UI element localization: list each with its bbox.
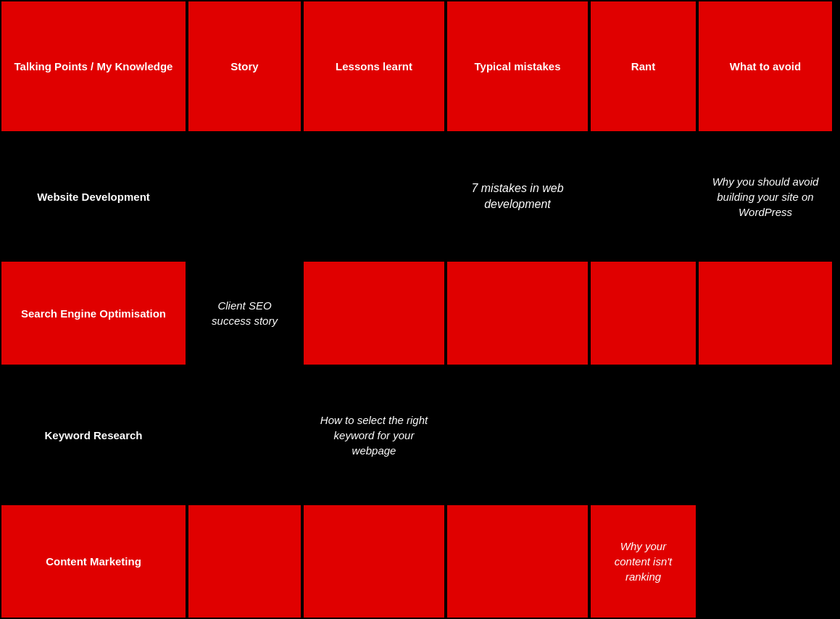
web-dev-story bbox=[187, 133, 302, 260]
web-dev-typical-mistakes: 7 mistakes in web development bbox=[446, 133, 589, 260]
header-col3: Lessons learnt bbox=[302, 0, 446, 133]
header-col4: Typical mistakes bbox=[446, 0, 589, 133]
keyword-what bbox=[697, 366, 833, 504]
seo-story: Client SEO success story bbox=[187, 260, 302, 366]
spacer-cm bbox=[833, 504, 840, 619]
content-label: Content Marketing bbox=[0, 504, 187, 619]
header-col1: Talking Points / My Knowledge bbox=[0, 0, 187, 133]
keyword-lessons: How to select the right keyword for your… bbox=[302, 366, 446, 504]
keyword-story bbox=[187, 366, 302, 504]
spacer-wd bbox=[833, 133, 840, 260]
seo-what bbox=[697, 260, 833, 366]
header-col5: Rant bbox=[589, 0, 697, 133]
keyword-label: Keyword Research bbox=[0, 366, 187, 504]
spacer-kw bbox=[833, 366, 840, 504]
web-dev-label: Website Development bbox=[0, 133, 187, 260]
content-typical bbox=[446, 504, 589, 619]
seo-label: Search Engine Optimisation bbox=[0, 260, 187, 366]
header-col2: Story bbox=[187, 0, 302, 133]
web-dev-what-to-avoid: Why you should avoid building your site … bbox=[697, 133, 833, 260]
content-rant: Why your content isn't ranking bbox=[589, 504, 697, 619]
spacer-h bbox=[833, 0, 840, 133]
spacer-seo bbox=[833, 260, 840, 366]
seo-rant bbox=[589, 260, 697, 366]
web-dev-rant bbox=[589, 133, 697, 260]
content-what bbox=[697, 504, 833, 619]
seo-lessons bbox=[302, 260, 446, 366]
header-col6: What to avoid bbox=[697, 0, 833, 133]
web-dev-lessons bbox=[302, 133, 446, 260]
keyword-rant bbox=[589, 366, 697, 504]
seo-typical bbox=[446, 260, 589, 366]
content-lessons bbox=[302, 504, 446, 619]
keyword-typical bbox=[446, 366, 589, 504]
content-grid: Talking Points / My Knowledge Story Less… bbox=[0, 0, 840, 619]
content-story bbox=[187, 504, 302, 619]
